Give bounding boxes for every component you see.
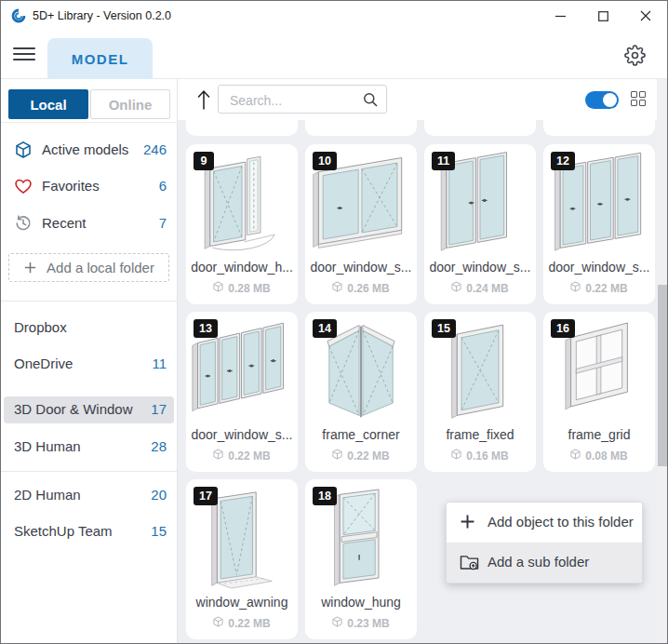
- history-icon: [14, 214, 33, 233]
- card-size: 0.23 MB: [305, 616, 417, 630]
- grid-view-icon[interactable]: [631, 91, 647, 107]
- add-local-folder-button[interactable]: Add a local folder: [8, 253, 169, 282]
- model-card-16[interactable]: 16frame_grid0.08 MB: [543, 312, 655, 472]
- sidebar-item-count: 6: [159, 178, 167, 194]
- up-arrow-icon[interactable]: [194, 87, 213, 112]
- model-card-13[interactable]: 13door_window_s...0.22 MB: [186, 312, 298, 472]
- menu-icon[interactable]: [13, 47, 35, 62]
- card-size: 0.22 MB: [186, 616, 298, 630]
- settings-gear-icon[interactable]: [624, 45, 647, 67]
- card-size: 0.22 MB: [305, 449, 417, 463]
- folder-item-count: 28: [151, 438, 167, 454]
- folder-item-dropbox[interactable]: Dropbox: [4, 315, 174, 342]
- card-number-badge: 10: [313, 152, 337, 170]
- view-toggle-switch[interactable]: [585, 91, 619, 109]
- tab-bar: MODEL: [1, 31, 667, 79]
- card-partial: [186, 120, 298, 136]
- box-icon: [213, 616, 223, 630]
- card-number-badge: 11: [432, 152, 455, 170]
- box-icon: [213, 281, 223, 295]
- sidebar-item-label: Recent: [42, 215, 87, 231]
- app-logo-icon: [10, 7, 27, 24]
- folder-item-label: OneDrive: [14, 356, 73, 371]
- card-number-badge: 12: [551, 152, 575, 170]
- card-size-text: 0.26 MB: [347, 282, 389, 295]
- model-card-11[interactable]: 11door_window_s...0.24 MB: [424, 144, 536, 304]
- titlebar: 5D+ Library - Version 0.2.0: [1, 1, 667, 31]
- card-size-text: 0.23 MB: [347, 617, 389, 630]
- context-menu-item-add-object-to-this-folder[interactable]: Add object to this folder: [447, 503, 642, 543]
- card-size-text: 0.22 MB: [228, 617, 270, 630]
- card-size: 0.16 MB: [424, 449, 536, 463]
- scrollbar-thumb[interactable]: [658, 285, 667, 466]
- sidebar-item-count: 7: [159, 215, 167, 231]
- divider: [1, 301, 177, 302]
- sidebar-item-favorites[interactable]: Favorites6: [1, 174, 177, 200]
- sidebar-item-active-models[interactable]: Active models246: [1, 138, 177, 164]
- box-icon: [451, 281, 461, 295]
- divider: [1, 471, 177, 472]
- model-card-12[interactable]: 12door_window_s...0.22 MB: [543, 144, 655, 304]
- plus-icon: [23, 261, 37, 275]
- context-menu-item-label: Add object to this folder: [488, 514, 634, 530]
- folder-item-2d-human[interactable]: 2D Human20: [4, 482, 174, 509]
- folder-item-count: 11: [152, 356, 167, 371]
- card-size: 0.26 MB: [305, 281, 417, 295]
- maximize-button[interactable]: [581, 1, 624, 31]
- tab-model[interactable]: MODEL: [47, 38, 153, 79]
- card-name: frame_grid: [543, 427, 655, 442]
- box-icon: [332, 616, 342, 630]
- card-name: frame_fixed: [424, 427, 536, 442]
- online-button[interactable]: Online: [90, 89, 170, 119]
- sidebar-item-label: Favorites: [42, 178, 100, 194]
- local-button-label: Local: [30, 97, 66, 113]
- folder-plus-icon: [460, 554, 478, 572]
- search-icon[interactable]: [363, 92, 378, 107]
- card-size: 0.28 MB: [186, 281, 298, 295]
- card-name: door_window_h...: [186, 260, 298, 275]
- close-button[interactable]: [624, 1, 667, 31]
- folder-item-3d-door-window[interactable]: 3D Door & Window17: [4, 396, 174, 423]
- card-size-text: 0.24 MB: [466, 282, 508, 295]
- card-partial: [543, 120, 655, 136]
- toggle-knob: [603, 93, 617, 107]
- context-menu-item-add-a-sub-folder[interactable]: Add a sub folder: [447, 543, 642, 583]
- sidebar-item-recent[interactable]: Recent7: [1, 211, 177, 237]
- folder-item-label: 2D Human: [14, 487, 81, 503]
- box-icon: [451, 449, 461, 463]
- tab-model-label: MODEL: [72, 51, 129, 67]
- card-name: door_window_s...: [305, 260, 417, 275]
- card-size-text: 0.22 MB: [347, 449, 389, 463]
- box-icon: [213, 449, 223, 463]
- card-name: window_hung: [305, 595, 417, 610]
- model-card-17[interactable]: 17window_awning0.22 MB: [186, 479, 298, 639]
- model-card-9[interactable]: 9door_window_h...0.28 MB: [186, 144, 298, 304]
- card-name: frame_corner: [305, 427, 417, 442]
- box-icon: [332, 281, 342, 295]
- model-card-18[interactable]: 18window_hung0.23 MB: [305, 479, 417, 639]
- card-number-badge: 13: [194, 319, 218, 338]
- model-card-15[interactable]: 15frame_fixed0.16 MB: [424, 312, 536, 472]
- folder-item-3d-human[interactable]: 3D Human28: [4, 434, 174, 461]
- folder-item-onedrive[interactable]: OneDrive11: [4, 351, 174, 378]
- card-size-text: 0.28 MB: [228, 282, 270, 295]
- folder-item-label: 3D Door & Window: [14, 401, 133, 417]
- minimize-button[interactable]: [539, 1, 581, 31]
- model-card-14[interactable]: 14frame_corner0.22 MB: [305, 312, 417, 472]
- heart-icon: [14, 177, 33, 195]
- box-icon: [570, 281, 581, 295]
- card-partial: [305, 120, 417, 136]
- model-card-10[interactable]: 10door_window_s...0.26 MB: [305, 144, 417, 304]
- card-size-text: 0.22 MB: [585, 282, 627, 295]
- search-box: [218, 85, 387, 114]
- folder-item-count: 17: [151, 401, 167, 417]
- folder-item-sketchup-team[interactable]: SketchUp Team15: [4, 518, 174, 545]
- scrollbar-track[interactable]: [657, 79, 668, 643]
- search-input[interactable]: [228, 88, 357, 112]
- card-size-text: 0.22 MB: [228, 449, 270, 463]
- folder-item-label: 3D Human: [14, 438, 81, 454]
- plus-icon: [460, 514, 478, 532]
- sidebar: Local Online Active models246Favorites6R…: [1, 79, 178, 643]
- context-menu-item-label: Add a sub folder: [488, 554, 589, 570]
- local-button[interactable]: Local: [8, 89, 88, 119]
